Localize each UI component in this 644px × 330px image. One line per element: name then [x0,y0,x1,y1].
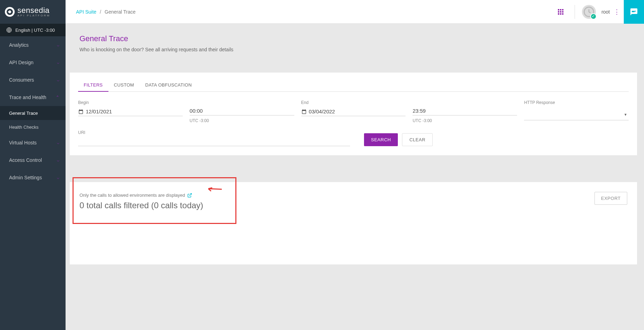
end-time-input[interactable]: 23:59 [412,106,517,115]
http-response-field: HTTP Response ▼ [524,100,629,123]
end-date-field: End 03/04/2022 [301,100,406,123]
page-subtitle: Who is knocking on the door? See all arr… [79,47,630,52]
sidebar-item-label: Health Checks [9,125,39,130]
tab-data-obfuscation[interactable]: DATA OBFUSCATION [140,79,197,91]
sidebar-item-analytics[interactable]: Analytics ⌵ [0,36,66,54]
environment-note-text: Only the calls to allowed environments a… [79,193,185,198]
status-badge-check-icon: ✓ [590,13,597,20]
page-title: General Trace [79,34,630,43]
sidebar-item-consumers[interactable]: Consumers ⌵ [0,71,66,89]
apps-grid-icon[interactable] [550,0,571,23]
chevron-up-icon: ⌃ [56,95,59,100]
chevron-down-icon: ⌵ [57,158,59,163]
chevron-down-icon: ⌵ [57,175,59,180]
sidebar-item-label: Virtual Hosts [9,140,37,145]
begin-label: Begin [78,100,183,105]
sidebar-item-label: General Trace [9,111,38,116]
sidebar-item-label: API Design [9,60,33,65]
begin-tz: UTC -3:00 [190,118,294,123]
locale-label: English | UTC -3:00 [15,28,55,33]
calendar-icon [301,109,307,114]
logo-subtitle: API PLATFORM [17,14,50,17]
dropdown-caret-icon: ▼ [624,113,627,117]
end-date-value: 03/04/2022 [309,108,335,114]
chevron-down-icon: ⌵ [57,43,59,47]
divider [575,5,575,19]
search-button[interactable]: SEARCH [364,133,398,146]
begin-date-input[interactable]: 12/01/2021 [78,107,183,116]
sidebar: sensedia API PLATFORM English | UTC -3:0… [0,0,66,330]
begin-time-field: 00:00 UTC -3:00 [190,100,294,123]
sidebar-item-label: Trace and Health [9,95,46,100]
begin-date-field: Begin 12/01/2021 [78,100,183,123]
uri-input[interactable] [78,137,350,146]
sidebar-item-label: Admin Settings [9,175,42,180]
locale-selector[interactable]: English | UTC -3:00 [0,24,66,36]
breadcrumb-separator: / [100,9,101,15]
tab-filters[interactable]: FILTERS [78,79,108,92]
http-response-label: HTTP Response [524,100,629,105]
sidebar-item-label: Access Control [9,157,42,163]
http-response-select[interactable]: ▼ [524,111,629,120]
end-time-field: 23:59 UTC -3:00 [412,100,517,123]
sidebar-item-api-design[interactable]: API Design ⌵ [0,54,66,71]
username: root [601,9,610,15]
breadcrumb-current: General Trace [105,9,136,15]
export-button[interactable]: EXPORT [594,192,627,205]
begin-time-input[interactable]: 00:00 [190,106,294,115]
breadcrumb-root[interactable]: API Suite [76,9,96,15]
chat-button[interactable] [624,0,644,24]
begin-time-value: 00:00 [190,108,203,114]
logo[interactable]: sensedia API PLATFORM [0,0,66,24]
calendar-icon [78,109,84,114]
breadcrumb: API Suite / General Trace [76,9,136,15]
environment-note: Only the calls to allowed environments a… [79,193,627,198]
filter-panel: FILTERS CUSTOM DATA OBFUSCATION Begin 12… [70,73,637,155]
results-panel: Only the calls to allowed environments a… [70,182,637,264]
sidebar-sub-health-checks[interactable]: Health Checks [0,120,66,134]
sidebar-item-access-control[interactable]: Access Control ⌵ [0,151,66,169]
end-time-value: 23:59 [412,108,426,114]
tabs: FILTERS CUSTOM DATA OBFUSCATION [78,79,629,92]
tab-custom[interactable]: CUSTOM [108,79,140,91]
sidebar-item-label: Analytics [9,42,29,48]
begin-date-value: 12/01/2021 [86,108,112,114]
end-tz: UTC -3:00 [412,118,517,123]
end-label: End [301,100,406,105]
logo-mark-icon [5,7,15,17]
sidebar-item-virtual-hosts[interactable]: Virtual Hosts ⌵ [0,134,66,151]
result-count: 0 total calls filtered (0 calls today) [79,201,627,210]
sidebar-item-trace-health[interactable]: Trace and Health ⌃ [0,89,66,106]
chevron-down-icon: ⌵ [57,60,59,65]
logo-brand: sensedia [17,7,50,14]
sidebar-item-label: Consumers [9,77,34,83]
sidebar-item-admin-settings[interactable]: Admin Settings ⌵ [0,169,66,186]
external-link-icon[interactable] [187,193,192,198]
kebab-menu-icon[interactable]: ⋮ [610,8,624,16]
chevron-down-icon: ⌵ [57,77,59,82]
avatar[interactable]: ✓ [582,5,596,19]
globe-icon [6,27,12,33]
end-date-input[interactable]: 03/04/2022 [301,107,406,116]
uri-label: URI [78,130,350,135]
topbar: API Suite / General Trace ✓ root ⋮ [66,0,644,24]
page-header: General Trace Who is knocking on the doo… [66,24,644,61]
chevron-down-icon: ⌵ [57,140,59,145]
sidebar-sub-general-trace[interactable]: General Trace [0,106,66,120]
clear-button[interactable]: CLEAR [402,133,433,146]
uri-field: URI [78,130,350,146]
